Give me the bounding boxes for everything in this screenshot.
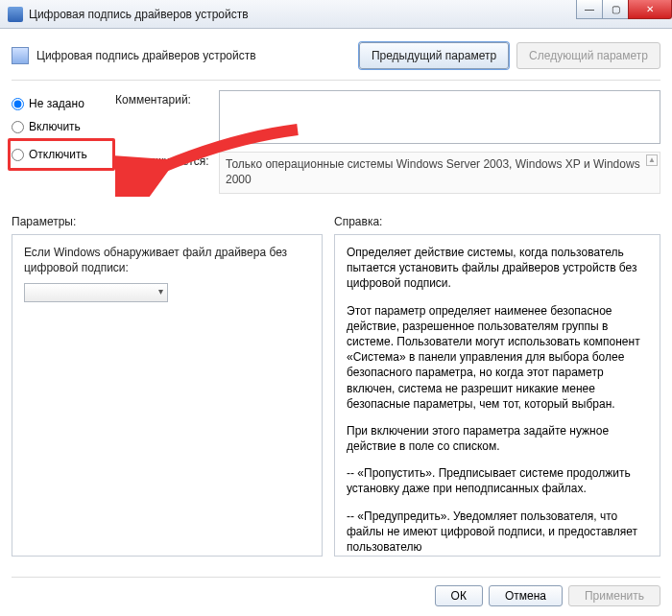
radio-disabled-input[interactable] xyxy=(12,149,24,161)
comment-input[interactable] xyxy=(219,90,660,144)
radio-disabled-label: Отключить xyxy=(29,148,87,161)
parameters-box: Если Windows обнаруживает файл драйвера … xyxy=(12,234,323,557)
radio-enabled-label: Включить xyxy=(29,120,81,133)
footer-buttons: ОК Отмена Применить xyxy=(435,578,660,606)
middle-section: Не задано Включить Отключить Комментарий… xyxy=(12,90,660,201)
highlight-box: Отключить xyxy=(8,138,115,171)
supported-text-value: Только операционные системы Windows Serv… xyxy=(226,157,640,186)
help-p5: -- «Предупредить». Уведомляет пользовате… xyxy=(347,509,648,556)
radio-not-configured-label: Не задано xyxy=(29,97,84,110)
radio-not-configured[interactable]: Не задано xyxy=(12,92,115,115)
apply-button[interactable]: Применить xyxy=(568,585,660,606)
close-button[interactable]: ✕ xyxy=(628,0,672,19)
radio-not-configured-input[interactable] xyxy=(12,98,24,110)
supported-row: Поддерживается: Только операционные сист… xyxy=(115,152,660,194)
cancel-button[interactable]: Отмена xyxy=(489,585,563,606)
supported-text: Только операционные системы Windows Serv… xyxy=(219,152,660,194)
state-radios: Не задано Включить Отключить xyxy=(12,90,115,201)
next-setting-button[interactable]: Следующий параметр xyxy=(516,42,660,69)
titlebar: Цифровая подпись драйверов устройств — ▢… xyxy=(0,0,672,29)
radio-enabled-input[interactable] xyxy=(12,121,24,133)
driver-action-dropdown[interactable] xyxy=(24,283,168,302)
help-p2: Этот параметр определяет наименее безопа… xyxy=(347,303,648,412)
previous-setting-button[interactable]: Предыдущий параметр xyxy=(359,42,509,69)
policy-title: Цифровая подпись драйверов устройств xyxy=(36,49,351,62)
maximize-button[interactable]: ▢ xyxy=(602,0,629,19)
ok-button[interactable]: ОК xyxy=(435,585,483,606)
help-panel: Справка: Определяет действие системы, ко… xyxy=(334,215,660,557)
window-title: Цифровая подпись драйверов устройств xyxy=(29,8,249,21)
supported-label: Поддерживается: xyxy=(115,152,219,194)
content-area: Цифровая подпись драйверов устройств Пре… xyxy=(0,29,672,616)
parameters-label: Параметры: xyxy=(12,215,323,228)
scroll-up-icon[interactable]: ▲ xyxy=(646,154,658,166)
parameters-panel: Параметры: Если Windows обнаруживает фай… xyxy=(12,215,323,557)
help-label: Справка: xyxy=(334,215,660,228)
help-box: Определяет действие системы, когда польз… xyxy=(334,234,660,557)
minimize-button[interactable]: — xyxy=(576,0,603,19)
help-p4: -- «Пропустить». Предписывает системе пр… xyxy=(347,465,648,496)
help-p1: Определяет действие системы, когда польз… xyxy=(347,245,648,292)
help-p3: При включении этого параметра задайте ну… xyxy=(347,423,648,454)
header-row: Цифровая подпись драйверов устройств Пре… xyxy=(12,38,660,81)
driver-prompt-label: Если Windows обнаруживает файл драйвера … xyxy=(24,245,310,275)
policy-icon xyxy=(12,47,29,64)
fields: Комментарий: Поддерживается: Только опер… xyxy=(115,90,660,201)
radio-disabled[interactable]: Отключить xyxy=(12,143,111,166)
comment-label: Комментарий: xyxy=(115,90,219,144)
app-icon xyxy=(8,7,23,22)
window-controls: — ▢ ✕ xyxy=(577,0,672,19)
comment-row: Комментарий: xyxy=(115,90,660,144)
lower-panels: Параметры: Если Windows обнаруживает фай… xyxy=(12,215,660,557)
radio-enabled[interactable]: Включить xyxy=(12,115,115,138)
